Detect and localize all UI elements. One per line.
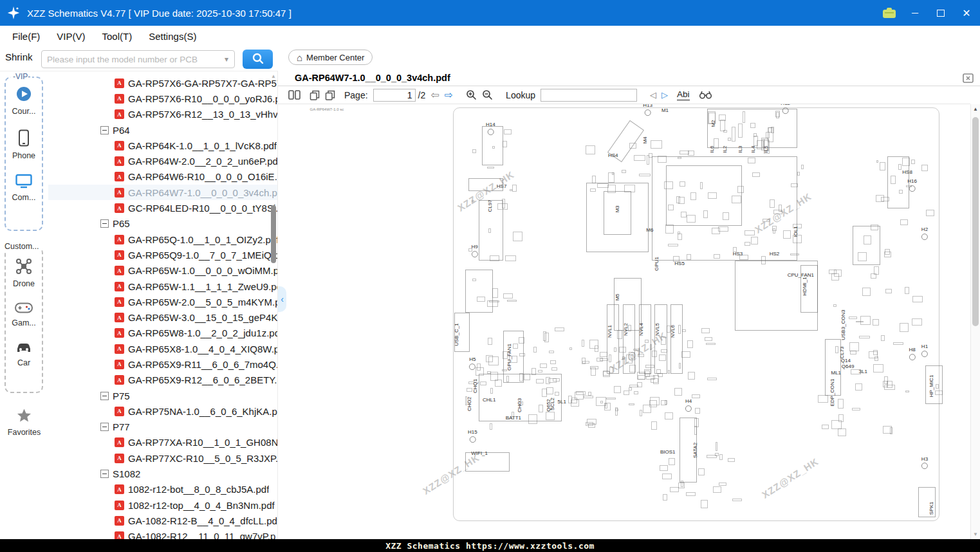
file-label: GA-RP65W-1.1__1_1_1_ZweU9.pc (128, 281, 277, 292)
tree-group-row[interactable]: P75 (48, 388, 277, 403)
tree-group-row[interactable]: S1082 (48, 466, 277, 481)
search-button[interactable] (243, 50, 273, 69)
pdf-scrollbar-thumb[interactable] (972, 117, 979, 326)
tree-file-row[interactable]: AGA-RP65W8-1.0__2_0_2_jdu1z.pd (48, 326, 277, 341)
component-footprint (751, 237, 758, 244)
tree-file-row[interactable]: AGA-RP57X6-R10__0_0_0_yoRJ6.pd (48, 91, 277, 106)
two-page-view-icon[interactable] (288, 90, 300, 100)
copy-page-icon[interactable] (310, 90, 320, 100)
component-footprint (707, 455, 717, 457)
tree-file-row[interactable]: AGA-RP57X6-GA-RP57X7-GA-RP57 (48, 75, 277, 91)
shrink-button[interactable]: Shrink (5, 51, 33, 62)
collapse-icon[interactable] (100, 392, 109, 400)
tree-file-row[interactable]: AGA-RP77XA-R10__1_0_1_GH08N. (48, 435, 277, 450)
search-box[interactable]: ▾ (41, 50, 235, 68)
tree-file-row[interactable]: AGA-RP65X9-R12__6_0_6_2BETY.p (48, 373, 277, 388)
tree-file-row[interactable]: AGA-RP65W-2.0__5_0_5_m4KYM.p (48, 294, 277, 309)
pdf-file-icon: A (115, 328, 124, 338)
collapse-icon[interactable] (100, 470, 109, 478)
tree-group-row[interactable]: P65 (48, 216, 277, 232)
component-footprint (510, 189, 512, 191)
tree-file-row[interactable]: AGA-RP57X6-R12__13_0_13_vHhvv (48, 107, 277, 122)
member-center-button[interactable]: ⌂ Member Center (288, 50, 373, 65)
tree-file-row[interactable]: AGA-1082-R12__11_0_11_qw7vP.p (48, 529, 277, 539)
tree-scrollbar-thumb[interactable] (271, 205, 276, 263)
tree-file-row[interactable]: AGA-RP65W-1.0__0_0_0_wOiMM.p (48, 263, 277, 279)
pdf-file-icon: A (115, 454, 124, 463)
close-button[interactable]: ✕ (959, 0, 974, 26)
tree-file-row[interactable]: AGA-RP65X9-R11__6_0_6_7mo4Q. (48, 356, 277, 372)
find-prev-icon[interactable]: ◁ (650, 91, 656, 99)
sidebar-item-game[interactable]: Gam... (12, 302, 36, 327)
tree-file-row[interactable]: AGA-1082-R12-B__4_0_4_dfcLL.pdf (48, 513, 277, 528)
lookup-input[interactable] (541, 89, 637, 102)
tree-file-row[interactable]: AGA-RP75NA-1.0__6_0_6_KhjKA.p (48, 403, 277, 419)
tree-file-row[interactable]: AGA-RP65X8-1.0__4_0_4_XIQ8W.p (48, 341, 277, 356)
tree-file-row[interactable]: AGA-RP65W-1.1__1_1_1_ZweU9.pc (48, 279, 277, 294)
menu-vip[interactable]: VIP(V) (48, 31, 93, 42)
zoom-in-icon[interactable] (466, 89, 477, 100)
close-tab-icon[interactable] (963, 73, 974, 83)
binoculars-icon[interactable] (699, 90, 712, 100)
vip-group-box: -VIP- Cour... Phone Com... (5, 77, 43, 231)
tree-file-row[interactable]: AGA-RP64W-2.0__2_0_2_un6eP.pd (48, 153, 277, 169)
pdf-scrollbar[interactable]: ▲ ▼ (970, 104, 980, 539)
tree-file-row[interactable]: A1082-r12-bot__8_0_8_cbJ5A.pdf (48, 482, 277, 497)
component-footprint (687, 340, 692, 348)
component-footprint (658, 156, 667, 162)
tree-file-row[interactable]: AGA-RP65Q-1.0__1_0_1_OIZy2.pdf (48, 232, 277, 247)
component-footprint (790, 253, 799, 255)
menu-file[interactable]: File(F) (4, 31, 48, 42)
component-footprint (639, 174, 650, 176)
component-footprint (548, 378, 556, 383)
tree-file-row[interactable]: AGA-RP64K-1.0__1_0_1_lVcK8.pdf (48, 138, 277, 153)
next-page-icon[interactable]: ⇨ (445, 90, 453, 100)
menu-tool[interactable]: Tool(T) (94, 31, 141, 42)
chevron-down-icon[interactable]: ▾ (219, 55, 234, 64)
search-input[interactable] (42, 55, 219, 64)
component-footprint (687, 254, 691, 260)
collapse-panel-handle[interactable]: ‹ (278, 286, 286, 312)
prev-page-icon[interactable]: ⇦ (430, 90, 439, 100)
vip-card-icon[interactable] (882, 0, 896, 26)
sidebar-item-phone[interactable]: Phone (12, 129, 35, 160)
tree-file-row[interactable]: AGA-RP64W7-1.0__0_0_0_3v4ch.pc (48, 185, 277, 200)
collapse-icon[interactable] (100, 423, 109, 431)
find-next-icon[interactable]: ▷ (661, 91, 668, 99)
zoom-out-icon[interactable] (482, 89, 493, 100)
menu-settings[interactable]: Settings(S) (140, 31, 205, 42)
pdf-file-icon: A (115, 109, 124, 119)
collapse-icon[interactable] (100, 219, 109, 228)
tree-file-row[interactable]: AGC-RP64LED-R10__0_0_0_tY8Sj.p (48, 200, 277, 216)
scroll-down-arrow-icon[interactable]: ▼ (971, 531, 980, 537)
tree-file-row[interactable]: AGA-RP77XC-R10__5_0_5_R3JXP.p (48, 450, 277, 466)
component-footprint (550, 360, 556, 364)
component-footprint (668, 244, 678, 246)
component-footprint (678, 234, 682, 240)
collapse-icon[interactable] (100, 126, 109, 134)
page-note: GA-RP64W7-1.0 sc (310, 107, 344, 111)
component-footprint (509, 356, 517, 363)
sidebar-item-courses[interactable]: Cour... (12, 86, 36, 116)
tree-group-row[interactable]: P64 (48, 122, 277, 138)
sidebar-item-drone[interactable]: Drone (13, 258, 35, 288)
sidebar-item-car[interactable]: Car (15, 341, 32, 367)
sidebar-item-computer[interactable]: Com... (12, 174, 36, 202)
scroll-up-icon[interactable]: ▲ (271, 73, 276, 79)
tree-group-row[interactable]: P77 (48, 419, 277, 435)
minimize-button[interactable]: ─ (908, 0, 922, 26)
sidebar-item-favorites[interactable]: Favorites (0, 408, 48, 437)
component-footprint (519, 373, 523, 382)
tab-active[interactable]: GA-RP64W7-1.0__0_0_0_3v4ch.pdf (295, 73, 450, 83)
tree-file-row[interactable]: AGA-RP65Q9-1.0__7_0_7_1MEiQ.p (48, 247, 277, 262)
tree-file-row[interactable]: AGA-RP65W-3.0__15_0_15_geP4K. (48, 309, 277, 325)
scroll-up-arrow-icon[interactable]: ▲ (971, 106, 980, 112)
page-number-input[interactable] (373, 89, 416, 102)
tree-file-row[interactable]: AGA-RP64W6-R10__0_0_0_O16iE.p (48, 169, 277, 185)
maximize-button[interactable] (934, 0, 948, 26)
component-footprint (546, 412, 555, 419)
duplicate-page-icon[interactable] (325, 90, 335, 100)
pdf-file-icon: A (115, 437, 124, 447)
tree-file-row[interactable]: A1082-r12-top__4_0_4_Bn3Nm.pdf (48, 497, 277, 513)
text-select-tool[interactable]: Abi (677, 89, 690, 100)
